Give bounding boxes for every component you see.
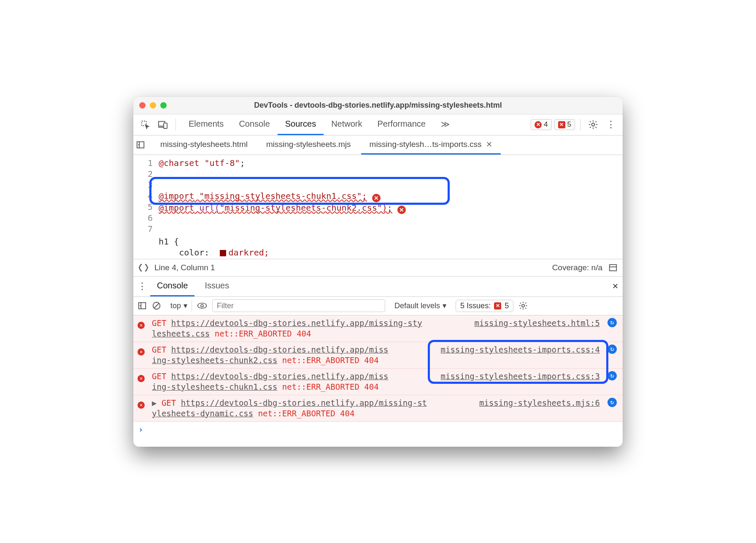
drawer-more-button[interactable]: ⋮ xyxy=(138,281,147,292)
navigator-toggle-icon[interactable] xyxy=(136,140,150,149)
source-link[interactable]: missing-stylesheets.html:5 xyxy=(475,318,600,328)
code-token: "missing-stylesheets-chukn1.css"; xyxy=(199,191,367,201)
execution-context-select[interactable]: top ▾ xyxy=(166,299,192,312)
svg-point-3 xyxy=(592,123,595,126)
inspect-element-icon[interactable] xyxy=(138,117,153,132)
console-message-body: GET https://devtools-dbg-stories.netlify… xyxy=(152,371,436,392)
file-tab-mjs[interactable]: missing-stylesheets.mjs xyxy=(258,135,359,155)
error-text: net::ERR_ABORTED 404 xyxy=(277,356,378,365)
code-token: h1 { xyxy=(159,236,179,247)
settings-button[interactable] xyxy=(586,117,601,132)
source-link[interactable]: missing-stylesheets-imports.css:3 xyxy=(441,372,600,381)
error-count-badge[interactable]: ✕ 4 xyxy=(531,119,551,130)
error-icon: ✕ xyxy=(535,121,542,128)
error-icon: ✕ xyxy=(138,375,145,382)
drawer-close-button[interactable]: ✕ xyxy=(612,282,618,291)
issues-button[interactable]: 5 Issues: ✕ 5 xyxy=(456,300,513,312)
drawer-tab-issues[interactable]: Issues xyxy=(198,276,236,296)
live-expression-icon[interactable] xyxy=(197,302,207,310)
request-url-link[interactable]: https://devtools-dbg-stories.netlify.app… xyxy=(171,372,389,381)
error-text: net::ERR_ABORTED 404 xyxy=(210,329,311,338)
tab-console[interactable]: Console xyxy=(231,114,277,135)
color-swatch-icon[interactable] xyxy=(220,250,226,256)
pretty-print-icon[interactable] xyxy=(138,263,148,272)
console-sidebar-toggle-icon[interactable] xyxy=(138,301,147,310)
window-close-button[interactable] xyxy=(139,102,146,109)
console-settings-button[interactable] xyxy=(518,301,528,310)
console-message-body: GET https://devtools-dbg-stories.netlify… xyxy=(152,318,470,339)
request-url-link[interactable]: https://devtools-dbg-stories.netlify.app… xyxy=(181,398,427,407)
console-filter-input[interactable] xyxy=(212,299,385,312)
log-levels-select[interactable]: Default levels ▾ xyxy=(390,299,451,312)
chevron-right-icon: › xyxy=(138,425,143,434)
chevron-down-icon: ▾ xyxy=(184,301,187,310)
device-toolbar-icon[interactable] xyxy=(155,117,170,132)
tab-elements[interactable]: Elements xyxy=(181,114,231,135)
line-gutter: 1234567 xyxy=(133,157,159,258)
toolbar-divider xyxy=(580,119,580,130)
svg-point-8 xyxy=(201,304,203,307)
console-prompt[interactable]: › xyxy=(133,422,623,447)
resend-request-icon[interactable]: ↻ xyxy=(608,345,617,354)
error-marker-icon[interactable]: ✕ xyxy=(372,194,381,202)
more-options-button[interactable]: ⋮ xyxy=(603,117,618,132)
window-minimize-button[interactable] xyxy=(150,102,156,109)
request-url-link[interactable]: ylesheets-dynamic.css xyxy=(152,409,253,418)
main-toolbar: Elements Console Sources Network Perform… xyxy=(133,114,623,136)
tab-network[interactable]: Network xyxy=(324,114,370,135)
traffic-lights xyxy=(139,102,167,109)
sidebar-toggle-icon[interactable] xyxy=(608,263,618,272)
clear-console-icon[interactable] xyxy=(152,301,161,310)
code-token: @charset xyxy=(159,158,199,168)
tab-sources[interactable]: Sources xyxy=(278,114,324,135)
source-editor[interactable]: 1234567 @charset "utf-8"; @import "missi… xyxy=(133,155,623,259)
source-link[interactable]: missing-stylesheets-imports.css:4 xyxy=(441,345,600,354)
panel-tabs: Elements Console Sources Network Perform… xyxy=(181,114,457,135)
source-link[interactable]: missing-stylesheets.mjs:6 xyxy=(479,398,600,407)
issue-icon: ✕ xyxy=(494,302,501,310)
request-url-link[interactable]: ing-stylesheets-chukn1.css xyxy=(152,382,277,391)
window-zoom-button[interactable] xyxy=(160,102,167,109)
tab-performance[interactable]: Performance xyxy=(370,114,434,135)
issue-icon: ✕ xyxy=(558,121,565,128)
code-token: color: xyxy=(159,247,220,258)
error-icon: ✕ xyxy=(138,322,145,329)
resend-request-icon[interactable]: ↻ xyxy=(608,398,617,407)
more-tabs-button[interactable]: ≫ xyxy=(433,114,457,135)
file-tab-label: missing-stylesh…ts-imports.css xyxy=(370,140,482,149)
expand-toggle-icon[interactable]: ▶ xyxy=(152,398,162,407)
console-message-body: GET https://devtools-dbg-stories.netlify… xyxy=(152,345,436,366)
close-tab-button[interactable]: ✕ xyxy=(486,140,492,149)
error-text: net::ERR_ABORTED 404 xyxy=(277,382,378,391)
svg-rect-5 xyxy=(610,264,617,271)
file-tab-label: missing-stylesheets.mjs xyxy=(266,140,351,149)
error-text: net::ERR_ABORTED 404 xyxy=(253,409,354,418)
console-toolbar: top ▾ Default levels ▾ 5 Issues: ✕ 5 xyxy=(133,297,623,315)
code-token: "missing-stylesheets-chunk2.css"); xyxy=(220,203,392,213)
request-url-link[interactable]: lesheets.css xyxy=(152,329,210,338)
editor-status-bar: Line 4, Column 1 Coverage: n/a xyxy=(133,259,623,277)
file-tab-html[interactable]: missing-stylesheets.html xyxy=(152,135,256,155)
window-title: DevTools - devtools-dbg-stories.netlify.… xyxy=(133,101,623,110)
devtools-window: DevTools - devtools-dbg-stories.netlify.… xyxy=(133,97,623,447)
code-content[interactable]: @charset "utf-8"; @import "missing-style… xyxy=(159,157,623,258)
console-error-row: ✕ GET https://devtools-dbg-stories.netli… xyxy=(133,315,623,342)
file-tab-css[interactable]: missing-stylesh…ts-imports.css ✕ xyxy=(361,135,501,155)
svg-rect-2 xyxy=(164,123,167,128)
request-url-link[interactable]: https://devtools-dbg-stories.netlify.app… xyxy=(171,318,422,328)
file-tab-label: missing-stylesheets.html xyxy=(160,140,248,149)
code-token: darkred; xyxy=(229,247,269,258)
code-token: @import xyxy=(159,203,194,213)
request-url-link[interactable]: https://devtools-dbg-stories.netlify.app… xyxy=(171,345,389,354)
svg-point-9 xyxy=(522,304,524,307)
resend-request-icon[interactable]: ↻ xyxy=(608,318,617,327)
error-icon: ✕ xyxy=(138,348,145,356)
issues-count-badge[interactable]: ✕ 5 xyxy=(554,119,575,130)
drawer-tab-console[interactable]: Console xyxy=(150,276,194,296)
resend-request-icon[interactable]: ↻ xyxy=(608,371,617,380)
error-marker-icon[interactable]: ✕ xyxy=(397,206,406,214)
console-error-row: ✕ GET https://devtools-dbg-stories.netli… xyxy=(133,369,623,395)
error-count: 4 xyxy=(544,120,548,129)
cursor-position: Line 4, Column 1 xyxy=(154,263,215,272)
request-url-link[interactable]: ing-stylesheets-chunk2.css xyxy=(152,356,277,365)
